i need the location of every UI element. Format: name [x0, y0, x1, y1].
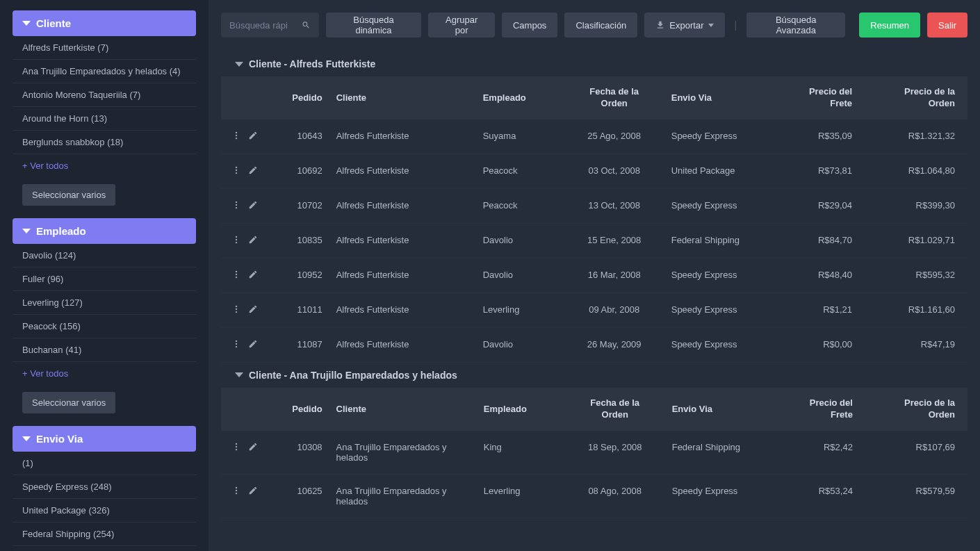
svg-point-17 — [236, 311, 237, 313]
agrupar-button[interactable]: Agrupar por — [428, 13, 495, 38]
col-frete[interactable]: Precio delFrete — [771, 76, 859, 120]
filter-item[interactable]: Antonio Moreno Taqueriila (7) — [13, 83, 196, 107]
more-icon[interactable] — [231, 165, 241, 175]
group-header[interactable]: Cliente - Ana Trujillo Emparedados y hel… — [221, 363, 967, 388]
cell-frete: R$73,81 — [771, 154, 859, 188]
ver-todos-link[interactable]: + Ver todos — [13, 154, 196, 177]
edit-icon[interactable] — [248, 270, 258, 279]
col-actions — [221, 388, 268, 431]
more-icon[interactable] — [231, 486, 241, 495]
cell-fecha: 15 Ene, 2008 — [564, 223, 664, 258]
filter-panel: ClienteAlfreds Futterkiste (7)Ana Trujil… — [13, 10, 196, 206]
more-icon[interactable] — [231, 270, 241, 279]
filter-item[interactable]: Davolio (124) — [13, 244, 196, 268]
filter-item[interactable]: United Package (326) — [13, 499, 196, 523]
more-icon[interactable] — [231, 339, 241, 349]
search-icon — [302, 20, 311, 30]
busqueda-avanzada-button[interactable]: Búsqueda Avanzada — [746, 13, 845, 38]
svg-point-13 — [236, 274, 237, 275]
col-empleado[interactable]: Empleado — [476, 76, 564, 120]
table-row[interactable]: 10702Alfreds FutterkistePeacock13 Oct, 2… — [221, 188, 967, 223]
col-pedido[interactable]: Pedido — [268, 76, 329, 120]
edit-icon[interactable] — [248, 165, 258, 175]
campos-button[interactable]: Campos — [502, 13, 557, 38]
col-envio[interactable]: Envio Via — [665, 388, 772, 431]
col-orden[interactable]: Precio de laOrden — [859, 76, 967, 120]
edit-icon[interactable] — [248, 304, 258, 314]
svg-point-9 — [236, 236, 237, 238]
cell-envio: Federal Shipping — [665, 431, 772, 475]
filter-item[interactable]: (1) — [13, 452, 196, 475]
filter-header[interactable]: Empleado — [13, 218, 196, 244]
search-input[interactable] — [229, 20, 302, 31]
table-row[interactable]: 10952Alfreds FutterkisteDavolio16 Mar, 2… — [221, 258, 967, 293]
more-icon[interactable] — [231, 442, 241, 452]
cell-cliente: Alfreds Futterkiste — [329, 120, 476, 154]
more-icon[interactable] — [231, 131, 241, 140]
cell-empleado: Leverling — [477, 474, 565, 518]
filter-item[interactable]: Peacock (156) — [13, 315, 196, 338]
svg-point-10 — [236, 239, 237, 240]
cell-frete: R$35,09 — [771, 120, 859, 154]
filter-item[interactable]: Fuller (96) — [13, 268, 196, 291]
more-icon[interactable] — [231, 304, 241, 314]
edit-icon[interactable] — [248, 235, 258, 245]
filter-item[interactable]: Leverling (127) — [13, 291, 196, 315]
edit-icon[interactable] — [248, 339, 258, 349]
edit-icon[interactable] — [248, 200, 258, 210]
seleccionar-varios-button[interactable]: Seleccionar varios — [22, 392, 115, 413]
col-cliente[interactable]: Cliente — [329, 388, 477, 431]
more-icon[interactable] — [231, 235, 241, 245]
cell-pedido: 10308 — [268, 431, 329, 475]
salir-button[interactable]: Salir — [927, 13, 967, 38]
ver-todos-link[interactable]: + Ver todos — [13, 362, 196, 385]
col-cliente[interactable]: Cliente — [329, 76, 476, 120]
col-empleado[interactable]: Empleado — [477, 388, 565, 431]
filter-item[interactable]: Ana Trujillo Emparedados y helados (4) — [13, 60, 196, 83]
seleccionar-varios-button[interactable]: Seleccionar varios — [22, 184, 115, 206]
col-frete[interactable]: Precio delFrete — [772, 388, 860, 431]
col-fecha[interactable]: Fecha de laOrden — [564, 76, 664, 120]
cell-fecha: 16 Mar, 2008 — [564, 258, 664, 293]
table-row[interactable]: 10643Alfreds FutterkisteSuyama25 Ago, 20… — [221, 120, 967, 154]
cell-fecha: 03 Oct, 2008 — [564, 154, 664, 188]
filter-item[interactable]: Federal Shipping (254) — [13, 523, 196, 546]
busqueda-dinamica-button[interactable]: Búsqueda dinámica — [326, 13, 422, 38]
cell-frete: R$53,24 — [772, 474, 860, 518]
filter-header[interactable]: Envio Via — [13, 426, 196, 452]
cell-orden: R$47,19 — [859, 327, 967, 362]
table-row[interactable]: 10692Alfreds FutterkistePeacock03 Oct, 2… — [221, 154, 967, 188]
cell-frete: R$48,40 — [771, 258, 859, 293]
edit-icon[interactable] — [248, 131, 258, 140]
exportar-button[interactable]: Exportar — [644, 13, 724, 38]
filter-item[interactable]: Alfreds Futterkiste (7) — [13, 36, 196, 60]
resumen-button[interactable]: Resumen — [859, 13, 920, 38]
edit-icon[interactable] — [248, 442, 258, 452]
col-envio[interactable]: Envio Via — [664, 76, 771, 120]
cell-frete: R$84,70 — [771, 223, 859, 258]
filter-item[interactable]: Buchanan (41) — [13, 338, 196, 362]
filter-header[interactable]: Cliente — [13, 10, 196, 36]
more-icon[interactable] — [231, 200, 241, 210]
filter-item[interactable]: Speedy Express (248) — [13, 475, 196, 499]
col-orden[interactable]: Precio de laOrden — [860, 388, 967, 431]
table-row[interactable]: 10625Ana Trujillo Emparedados y heladosL… — [221, 474, 967, 518]
edit-icon[interactable] — [248, 486, 258, 495]
data-table: PedidoClienteEmpleadoFecha de laOrdenEnv… — [221, 388, 967, 518]
filter-item[interactable]: Around the Horn (13) — [13, 107, 196, 131]
chevron-down-icon — [708, 24, 714, 27]
filter-item[interactable]: Berglunds snabbkop (18) — [13, 131, 196, 154]
table-row[interactable]: 10308Ana Trujillo Emparedados y heladosK… — [221, 431, 967, 475]
table-row[interactable]: 11087Alfreds FutterkisteDavolio26 May, 2… — [221, 327, 967, 362]
col-fecha[interactable]: Fecha de laOrden — [565, 388, 665, 431]
col-pedido[interactable]: Pedido — [268, 388, 329, 431]
cell-fecha: 08 Ago, 2008 — [565, 474, 665, 518]
group-header[interactable]: Cliente - Alfreds Futterkiste — [221, 51, 967, 76]
cell-empleado: Peacock — [476, 188, 564, 223]
cell-envio: Speedy Express — [664, 188, 771, 223]
search-box[interactable] — [221, 13, 319, 38]
table-row[interactable]: 11011Alfreds FutterkisteLeverling09 Abr,… — [221, 293, 967, 327]
clasificacion-button[interactable]: Clasificación — [564, 13, 637, 38]
filter-title: Envio Via — [36, 433, 83, 445]
table-row[interactable]: 10835Alfreds FutterkisteDavolio15 Ene, 2… — [221, 223, 967, 258]
